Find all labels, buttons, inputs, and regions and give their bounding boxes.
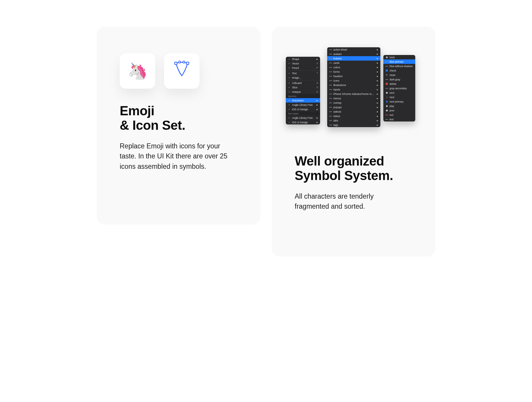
menu-item-label: iOS UI Design xyxy=(292,121,315,124)
menu-item-icon: • xyxy=(288,108,291,111)
menu-item[interactable]: • Angle Library Free ▶ xyxy=(286,103,320,107)
menu-item-label: Angle Library Free xyxy=(292,103,315,106)
category-icon xyxy=(329,84,332,86)
symbol-variant-item[interactable]: text xyxy=(383,117,415,121)
menu-item[interactable]: • Vector V xyxy=(286,61,320,66)
symbol-category-item[interactable]: iPhone X/Home Indicator/Home Indicator -… xyxy=(327,92,380,96)
symbols-list-panel: action-sheet ▶ avatars ▶ buttons ▶ cards… xyxy=(327,47,380,127)
symbol-category-item[interactable]: popups ▶ xyxy=(327,105,380,109)
menu-item-shortcut: T xyxy=(317,72,318,74)
menu-item[interactable]: • Text T xyxy=(286,71,320,75)
chevron-right-icon: ▶ xyxy=(317,58,318,60)
symbol-variant-item[interactable]: delete xyxy=(383,82,415,86)
variant-icon xyxy=(385,100,388,103)
category-icon xyxy=(329,106,332,108)
menu-item-icon: • xyxy=(288,58,291,60)
symbol-variants-panel: back blue-primary blue-without-shadow ch… xyxy=(383,55,415,121)
variant-icon xyxy=(385,82,388,85)
symbol-variant-item[interactable]: blue-without-shadow xyxy=(383,64,415,68)
menu-item-label: Shape xyxy=(292,58,315,61)
variant-label: play xyxy=(390,105,413,108)
symbol-category-item[interactable]: avatars ▶ xyxy=(327,52,380,56)
symbol-variant-item[interactable]: gray-secondary xyxy=(383,86,415,90)
variant-label: check xyxy=(390,69,413,72)
menu-item-label: Hotspot xyxy=(292,90,315,93)
symbol-variant-item[interactable]: next xyxy=(383,95,415,99)
symbol-category-item[interactable]: action-sheet ▶ xyxy=(327,47,380,52)
symbol-category-item[interactable]: selects ▶ xyxy=(327,109,380,114)
symbol-variant-item[interactable]: blue-primary xyxy=(383,59,415,64)
symbol-category-item[interactable]: headers ▶ xyxy=(327,74,380,78)
symbol-variant-item[interactable]: next xyxy=(383,90,415,95)
feature-title: Well organized Symbol System. xyxy=(295,154,412,183)
menu-item[interactable]: • Angle Library Free ▶ xyxy=(286,116,320,120)
menu-item-label: Image... xyxy=(292,76,317,79)
variant-label: red xyxy=(390,114,413,116)
symbol-variant-item[interactable]: prev xyxy=(383,108,415,113)
category-icon xyxy=(329,119,332,122)
menu-item-label: Slice xyxy=(292,86,315,89)
menu-item[interactable]: • Document ▶ xyxy=(286,98,320,103)
menu-item-icon: • xyxy=(288,90,291,93)
category-icon xyxy=(329,79,332,82)
symbol-category-item[interactable]: buttons ▶ xyxy=(327,56,380,61)
variant-icon xyxy=(385,118,388,121)
symbol-variant-item[interactable]: red xyxy=(383,113,415,117)
symbol-variant-item[interactable]: play xyxy=(383,104,415,108)
menu-item[interactable]: • Slice S xyxy=(286,85,320,90)
variant-icon xyxy=(385,87,388,90)
category-label: menus xyxy=(333,97,375,100)
category-label: icons xyxy=(333,79,375,82)
symbol-category-item[interactable]: forms ▶ xyxy=(327,69,380,74)
symbol-category-item[interactable]: illustrations ▶ xyxy=(327,83,380,87)
symbol-category-item[interactable]: colors ▶ xyxy=(327,65,380,69)
menu-item-label: Text xyxy=(292,72,315,75)
menu-item-label: Artboard xyxy=(292,82,315,85)
symbol-variant-item[interactable]: ✕ close xyxy=(383,73,415,77)
symbol-variant-item[interactable]: dark-gray xyxy=(383,77,415,82)
chevron-right-icon: ▶ xyxy=(377,115,378,117)
symbol-variant-item[interactable]: next-primary xyxy=(383,99,415,104)
menu-item[interactable]: • iOS UI Design ▶ xyxy=(286,107,320,111)
chevron-right-icon: ▶ xyxy=(377,71,378,73)
menu-item[interactable]: • Pencil P xyxy=(286,66,320,70)
symbol-category-item[interactable]: overlay ▶ xyxy=(327,100,380,105)
menu-item[interactable]: • Hotspot H xyxy=(286,90,320,94)
category-label: overlay xyxy=(333,101,375,104)
symbol-category-item[interactable]: inputs ▶ xyxy=(327,87,380,92)
symbol-category-item[interactable]: tags ▶ xyxy=(327,123,380,127)
chevron-right-icon: ▶ xyxy=(377,93,378,95)
category-label: illustrations xyxy=(333,84,375,87)
chevron-right-icon: ▶ xyxy=(317,104,318,106)
menu-item[interactable]: • Shape ▶ xyxy=(286,57,320,61)
chevron-right-icon: ▶ xyxy=(377,84,378,86)
symbol-category-item[interactable]: icons ▶ xyxy=(327,78,380,83)
menu-item-icon: • xyxy=(288,116,291,119)
chevron-right-icon: ▶ xyxy=(377,57,378,59)
menu-item-icon: • xyxy=(288,86,291,89)
menu-item-label: Document xyxy=(292,99,315,102)
separator xyxy=(286,70,320,71)
menu-item-label: Vector xyxy=(292,62,315,65)
chevron-right-icon: ▶ xyxy=(377,66,378,68)
menu-item[interactable]: • Artboard A xyxy=(286,81,320,85)
menu-item[interactable]: • iOS UI Design ▶ xyxy=(286,120,320,124)
menu-item-icon: • xyxy=(288,62,291,65)
menu-item[interactable]: • Image... xyxy=(286,75,320,80)
symbol-variant-item[interactable]: check xyxy=(383,68,415,73)
category-icon xyxy=(329,75,332,77)
svg-rect-0 xyxy=(175,62,177,64)
vector-tile xyxy=(164,53,200,89)
symbol-category-item[interactable]: cards ▶ xyxy=(327,61,380,65)
chevron-right-icon: ▶ xyxy=(377,48,378,51)
separator xyxy=(286,80,320,80)
variant-label: back xyxy=(390,56,413,59)
symbol-category-item[interactable]: menus ▶ xyxy=(327,96,380,100)
vector-pen-icon xyxy=(172,60,191,82)
svg-rect-1 xyxy=(186,62,189,64)
symbol-variant-item[interactable]: back xyxy=(383,55,415,59)
symbol-category-item[interactable]: tabs ▶ xyxy=(327,118,380,123)
insert-menu-panel: • Shape ▶• Vector V• Pencil P• Text T• xyxy=(286,57,320,124)
category-label: status xyxy=(333,115,375,118)
symbol-category-item[interactable]: status ▶ xyxy=(327,114,380,118)
